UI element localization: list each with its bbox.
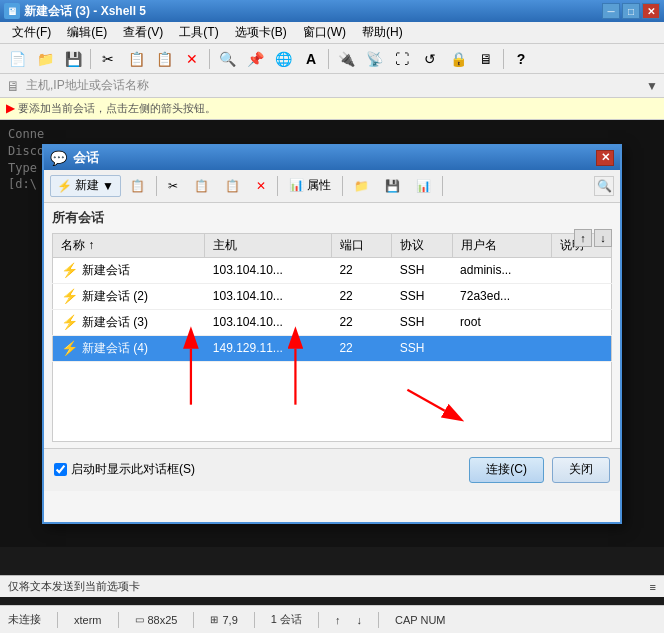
dialog-tb-copy[interactable]: 📋 <box>187 174 216 198</box>
toolbar-cut[interactable]: ✂ <box>95 47 121 71</box>
toolbar-open[interactable]: 📁 <box>32 47 58 71</box>
toolbar-sep4 <box>503 49 504 69</box>
rows-icon: ▭ <box>135 614 144 625</box>
session-desc <box>551 283 611 309</box>
lightning-icon: ⚡ <box>61 314 78 330</box>
toolbar-font[interactable]: A <box>298 47 324 71</box>
dialog-tb-sep3 <box>342 176 343 196</box>
menu-file[interactable]: 文件(F) <box>4 22 59 43</box>
address-icon: 🖥 <box>6 78 20 94</box>
toolbar-delete[interactable]: ✕ <box>179 47 205 71</box>
session-desc <box>551 257 611 283</box>
minimize-button[interactable]: ─ <box>602 3 620 19</box>
dialog-tb-properties[interactable]: 📋 <box>123 174 152 198</box>
menu-icon[interactable]: ≡ <box>650 581 656 593</box>
nav-up-button[interactable]: ↑ <box>574 229 592 247</box>
session-protocol: SSH <box>392 283 452 309</box>
dialog-title: 会话 <box>73 149 596 167</box>
status-terminal-type: xterm <box>74 614 102 626</box>
toolbar-reload[interactable]: ↺ <box>417 47 443 71</box>
connect-button[interactable]: 连接(C) <box>469 457 544 483</box>
col-port: 端口 <box>331 233 391 257</box>
status-caps-num: CAP NUM <box>395 614 446 626</box>
table-row[interactable]: ⚡ 新建会话 (3) 103.104.10... 22 SSH root <box>53 309 612 335</box>
toolbar-transfer[interactable]: 📡 <box>361 47 387 71</box>
dialog-tb-grid[interactable]: 📊 <box>409 174 438 198</box>
toolbar-globe[interactable]: 🌐 <box>270 47 296 71</box>
status-nav-up[interactable]: ↑ <box>335 614 341 626</box>
menu-tab[interactable]: 选项卡(B) <box>227 22 295 43</box>
bottom-bar: 仅将文本发送到当前选项卡 ≡ <box>0 575 664 597</box>
address-dropdown-icon[interactable]: ▼ <box>646 79 658 93</box>
maximize-button[interactable]: □ <box>622 3 640 19</box>
toolbar-new-session[interactable]: 📄 <box>4 47 30 71</box>
toolbar-sep2 <box>209 49 210 69</box>
toolbar-lock[interactable]: 🔒 <box>445 47 471 71</box>
menu-edit[interactable]: 编辑(E) <box>59 22 115 43</box>
table-row-selected[interactable]: ⚡ 新建会话 (4) 149.129.11... 22 SSH <box>53 335 612 361</box>
checkbox-input[interactable] <box>54 463 67 476</box>
session-port: 22 <box>331 335 391 361</box>
nav-buttons: ↑ ↓ <box>574 229 612 247</box>
dialog-tb-sep2 <box>277 176 278 196</box>
status-sessions: 1 会话 <box>271 612 302 627</box>
dialog-tb-delete[interactable]: ✕ <box>249 174 273 198</box>
show-on-startup-checkbox[interactable]: 启动时显示此对话框(S) <box>54 461 195 478</box>
menu-help[interactable]: 帮助(H) <box>354 22 411 43</box>
status-nav-down[interactable]: ↓ <box>356 614 362 626</box>
session-name: ⚡ 新建会话 (2) <box>53 283 205 309</box>
bottom-right-controls: ≡ <box>650 581 656 593</box>
toolbar-screen[interactable]: 🖥 <box>473 47 499 71</box>
status-rows-cols: ▭ 88x25 <box>135 614 178 626</box>
new-dropdown-icon[interactable]: ▼ <box>102 179 114 193</box>
dialog-close-button[interactable]: ✕ <box>596 150 614 166</box>
dialog-new-button[interactable]: ⚡ 新建 ▼ <box>50 175 121 197</box>
menu-tools[interactable]: 工具(T) <box>171 22 226 43</box>
toolbar-sep3 <box>328 49 329 69</box>
close-button[interactable]: ✕ <box>642 3 660 19</box>
session-icon-4: ⚡ 新建会话 (4) <box>61 340 148 357</box>
dialog-search-button[interactable]: 🔍 <box>594 176 614 196</box>
toolbar-stop[interactable]: ⛶ <box>389 47 415 71</box>
session-icon-1: ⚡ 新建会话 <box>61 262 130 279</box>
toolbar-help[interactable]: ? <box>508 47 534 71</box>
dialog-tb-cut[interactable]: ✂ <box>161 174 185 198</box>
status-sep6 <box>378 612 379 628</box>
dialog-tb-folder[interactable]: 📁 <box>347 174 376 198</box>
table-header-row: 名称 ↑ 主机 端口 协议 用户名 说明 <box>53 233 612 257</box>
session-desc <box>551 335 611 361</box>
table-row[interactable]: ⚡ 新建会话 (2) 103.104.10... 22 SSH 72a3ed..… <box>53 283 612 309</box>
title-bar: 🖥 新建会话 (3) - Xshell 5 ─ □ ✕ <box>0 0 664 22</box>
session-icon-2: ⚡ 新建会话 (2) <box>61 288 148 305</box>
address-input[interactable]: 主机,IP地址或会话名称 <box>26 77 640 94</box>
table-row[interactable]: ⚡ 新建会话 103.104.10... 22 SSH adminis... <box>53 257 612 283</box>
status-not-connected: 未连接 <box>8 612 41 627</box>
close-dialog-button[interactable]: 关闭 <box>552 457 610 483</box>
session-username: adminis... <box>452 257 551 283</box>
dialog-tb-sep1 <box>156 176 157 196</box>
session-port: 22 <box>331 257 391 283</box>
session-host: 103.104.10... <box>205 283 332 309</box>
dialog-tb-save[interactable]: 💾 <box>378 174 407 198</box>
session-desc <box>551 309 611 335</box>
menu-window[interactable]: 窗口(W) <box>295 22 354 43</box>
session-port: 22 <box>331 309 391 335</box>
toolbar-copy[interactable]: 📋 <box>123 47 149 71</box>
menu-view[interactable]: 查看(V) <box>115 22 171 43</box>
toolbar-pin[interactable]: 📌 <box>242 47 268 71</box>
nav-down-button[interactable]: ↓ <box>594 229 612 247</box>
session-host: 149.129.11... <box>205 335 332 361</box>
dialog-tb-paste[interactable]: 📋 <box>218 174 247 198</box>
app-title: 新建会话 (3) - Xshell 5 <box>24 3 602 20</box>
toolbar-connect[interactable]: 🔌 <box>333 47 359 71</box>
session-protocol: SSH <box>392 309 452 335</box>
toolbar-find[interactable]: 🔍 <box>214 47 240 71</box>
toolbar-save[interactable]: 💾 <box>60 47 86 71</box>
pos-icon: ⊞ <box>210 614 218 625</box>
dialog-tb-attr[interactable]: 📊 属性 <box>282 174 338 198</box>
lightning-icon: ⚡ <box>61 288 78 304</box>
session-name: ⚡ 新建会话 (3) <box>53 309 205 335</box>
toolbar-paste[interactable]: 📋 <box>151 47 177 71</box>
sessions-area: 所有会话 ↑ ↓ 名称 ↑ 主机 端口 协 <box>44 203 620 448</box>
col-host: 主机 <box>205 233 332 257</box>
